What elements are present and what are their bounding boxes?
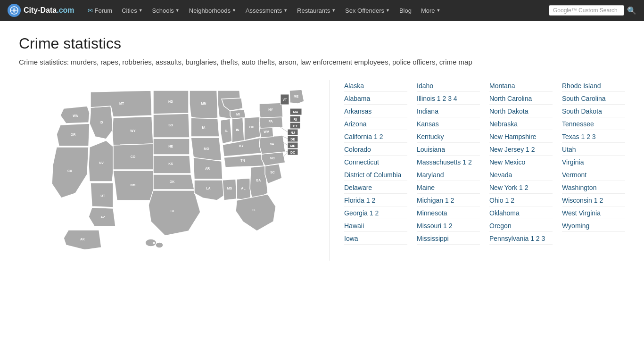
georgia-link-2[interactable]: 2 (375, 209, 379, 217)
state-oh[interactable] (244, 117, 260, 140)
state-wa[interactable] (60, 106, 90, 123)
state-col-2: Idaho Illinois 1 2 3 4 Indiana Kansas Ke… (417, 80, 480, 245)
state-massachusetts: Massachusetts 1 2 (417, 156, 480, 168)
pa-link-1[interactable]: 1 (530, 235, 534, 242)
state-nm[interactable] (113, 171, 153, 200)
state-nd[interactable] (153, 90, 189, 114)
state-new-york: New York 1 2 (489, 182, 553, 194)
ny-link-1[interactable]: 1 (519, 184, 523, 191)
state-wisconsin: Wisconsin 1 2 (562, 195, 625, 206)
state-dc[interactable] (288, 149, 298, 155)
nj-link-1[interactable]: 1 (526, 146, 529, 153)
state-tx[interactable] (149, 190, 200, 236)
state-ct[interactable] (290, 123, 300, 129)
state-vermont: Vermont (562, 169, 625, 181)
state-sc[interactable] (265, 164, 282, 184)
state-in[interactable] (232, 118, 244, 142)
mi-link-1[interactable]: 1 (445, 197, 449, 204)
state-ne[interactable] (153, 139, 190, 155)
state-mn[interactable] (190, 90, 218, 120)
state-va[interactable] (259, 136, 285, 154)
page-subtitle: Crime statistics: murders, rapes, robber… (19, 58, 625, 66)
state-nv[interactable] (89, 140, 116, 181)
wi-link-2[interactable]: 2 (599, 197, 603, 204)
search-button[interactable]: 🔍 (627, 6, 636, 15)
state-ar[interactable] (193, 157, 223, 179)
nav-more[interactable]: More ▼ (417, 4, 445, 17)
state-nj[interactable] (288, 129, 298, 135)
illinois-link-4[interactable]: 4 (454, 95, 457, 102)
state-hi[interactable] (145, 239, 157, 247)
state-fl[interactable] (236, 194, 276, 231)
site-logo[interactable]: City-Data.com (8, 4, 74, 17)
mo-link-2[interactable]: 2 (449, 222, 453, 230)
wi-link-1[interactable]: 1 (594, 197, 598, 204)
mi-link-2[interactable]: 2 (451, 197, 454, 204)
tx-link-3[interactable]: 3 (592, 133, 596, 140)
california-link-2[interactable]: 2 (380, 133, 383, 140)
nav-schools[interactable]: Schools ▼ (149, 4, 183, 17)
state-montana: Montana (489, 80, 553, 92)
pa-link-3[interactable]: 3 (542, 235, 545, 242)
state-la[interactable] (194, 180, 224, 200)
state-oregon: Oregon (489, 220, 553, 232)
state-florida: Florida 1 2 (344, 195, 407, 206)
california-link-1[interactable]: 1 (374, 133, 378, 140)
state-wy[interactable] (112, 116, 153, 145)
tx-link-2[interactable]: 2 (586, 133, 590, 140)
state-or[interactable] (57, 123, 90, 146)
nav-cities[interactable]: Cities ▼ (118, 4, 146, 17)
state-id[interactable] (90, 106, 113, 139)
nav-neighborhoods[interactable]: Neighborhoods ▼ (185, 4, 240, 17)
state-california: California 1 2 (344, 131, 407, 143)
nav-sex-offenders[interactable]: Sex Offenders ▼ (341, 4, 394, 17)
ma-link-1[interactable]: 1 (462, 158, 466, 166)
georgia-link-1[interactable]: 1 (370, 209, 373, 217)
mo-link-1[interactable]: 1 (443, 222, 447, 230)
state-hi2[interactable] (156, 242, 163, 248)
state-il[interactable] (221, 119, 232, 144)
state-sd[interactable] (153, 114, 190, 138)
state-co[interactable] (113, 144, 153, 170)
state-ms[interactable] (223, 179, 237, 200)
state-me[interactable] (289, 90, 304, 104)
state-ca[interactable] (52, 147, 89, 198)
ny-link-2[interactable]: 2 (525, 184, 528, 191)
state-ma[interactable] (290, 108, 302, 115)
state-delaware: Delaware (344, 182, 407, 194)
pa-link-2[interactable]: 2 (536, 235, 540, 242)
search-input[interactable]: Google™ Custom Search (549, 5, 624, 16)
illinois-link-3[interactable]: 3 (448, 95, 452, 102)
state-washington: Washington (562, 182, 625, 194)
state-az[interactable] (89, 207, 116, 226)
nj-link-2[interactable]: 2 (531, 146, 535, 153)
florida-link-2[interactable]: 2 (372, 197, 375, 204)
state-de[interactable] (288, 136, 298, 142)
state-alabama: Alabama (344, 93, 407, 105)
state-vt[interactable] (281, 94, 289, 105)
illinois-link-2[interactable]: 2 (442, 95, 446, 102)
oh-link-1[interactable]: 1 (505, 197, 509, 204)
tx-link-1[interactable]: 1 (581, 133, 585, 140)
nav-assessments[interactable]: Assessments ▼ (242, 4, 291, 17)
state-ia[interactable] (191, 118, 219, 137)
ma-link-2[interactable]: 2 (468, 158, 472, 166)
nav-restaurants[interactable]: Restaurants ▼ (293, 4, 339, 17)
state-ak[interactable] (64, 230, 101, 250)
state-new-mexico: New Mexico (489, 156, 553, 168)
us-map[interactable]: WA OR CA ID NV MT WY (19, 80, 311, 259)
state-ny[interactable] (259, 103, 283, 118)
state-new-jersey: New Jersey 1 2 (489, 144, 553, 156)
state-ri[interactable] (290, 116, 300, 122)
state-ut[interactable] (91, 183, 113, 207)
forum-link[interactable]: ✉Forum (84, 4, 116, 17)
illinois-link-1[interactable]: 1 (437, 95, 441, 102)
state-ks[interactable] (153, 156, 191, 173)
state-al[interactable] (237, 178, 251, 200)
florida-link-1[interactable]: 1 (366, 197, 370, 204)
state-md[interactable] (288, 142, 298, 148)
nav-blog[interactable]: Blog (396, 4, 415, 17)
state-ok[interactable] (153, 174, 194, 189)
oh-link-2[interactable]: 2 (511, 197, 514, 204)
state-georgia: Georgia 1 2 (344, 207, 407, 219)
